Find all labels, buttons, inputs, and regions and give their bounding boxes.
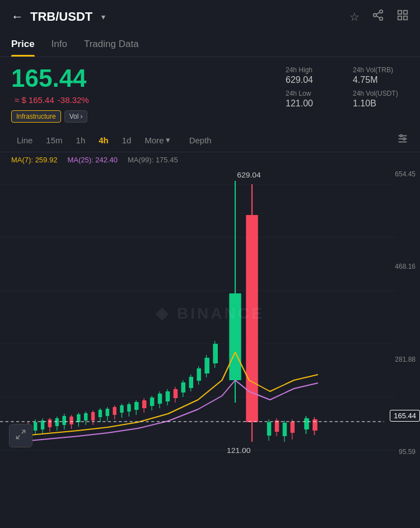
svg-rect-65 <box>181 382 186 393</box>
svg-rect-61 <box>166 391 170 401</box>
svg-rect-8 <box>404 16 407 20</box>
price-section: 165.44 ≈ $ 165.44-38.32% Infrastructure … <box>0 57 420 128</box>
tags-row: Infrastructure Vol › <box>11 110 89 123</box>
svg-point-12 <box>400 134 402 137</box>
interval-1d[interactable]: 1d <box>116 132 137 148</box>
price-usd: ≈ $ 165.44-38.32% <box>11 95 89 105</box>
svg-line-91 <box>22 431 25 434</box>
share-icon[interactable] <box>372 9 384 24</box>
tab-info[interactable]: Info <box>52 33 67 57</box>
svg-rect-82 <box>275 420 279 432</box>
svg-rect-6 <box>404 11 407 14</box>
pair-title: TRB/USDT <box>30 10 92 24</box>
more-chevron-icon: ▾ <box>166 135 170 145</box>
svg-rect-57 <box>150 398 155 406</box>
svg-rect-55 <box>142 400 146 408</box>
tab-bar: Price Info Trading Data <box>0 33 420 57</box>
interval-4h[interactable]: 4h <box>93 132 114 148</box>
svg-line-92 <box>17 436 20 439</box>
svg-rect-84 <box>283 423 287 436</box>
stat-24h-low: 24h Low 121.00 <box>286 90 342 109</box>
price-label-4: 95.59 <box>395 448 416 456</box>
svg-rect-69 <box>197 368 201 381</box>
back-button[interactable]: ← <box>11 10 24 24</box>
ma99-indicator: MA(99): 175.45 <box>128 156 178 164</box>
interval-line[interactable]: Line <box>11 132 38 148</box>
main-price: 165.44 <box>11 66 89 91</box>
svg-rect-80 <box>267 422 272 436</box>
price-label-3: 281.88 <box>395 356 416 363</box>
infrastructure-tag[interactable]: Infrastructure <box>11 110 61 123</box>
ma-indicators: MA(7): 259.92 MA(25): 242.40 MA(99): 175… <box>0 152 420 167</box>
svg-rect-5 <box>398 11 402 14</box>
grid-icon[interactable] <box>396 9 409 24</box>
price-left: 165.44 ≈ $ 165.44-38.32% Infrastructure … <box>11 66 89 123</box>
svg-rect-25 <box>34 422 37 431</box>
price-change: -38.32% <box>58 95 89 105</box>
restore-chart-button[interactable] <box>9 424 32 447</box>
pair-dropdown-icon[interactable]: ▾ <box>101 12 105 21</box>
header-left: ← TRB/USDT ▾ <box>11 10 105 24</box>
price-label-1: 654.45 <box>395 170 416 178</box>
depth-button[interactable]: Depth <box>183 132 218 148</box>
chart-settings-icon[interactable] <box>396 133 409 148</box>
stat-24h-vol-trb: 24h Vol(TRB) 4.75M <box>353 66 409 85</box>
chart-toolbar: Line 15m 1h 4h 1d More ▾ Depth <box>0 128 420 152</box>
tab-price[interactable]: Price <box>11 33 35 57</box>
svg-text:629.04: 629.04 <box>237 171 261 179</box>
current-price-badge: 165.44 <box>390 410 420 422</box>
svg-rect-63 <box>174 389 178 398</box>
binance-watermark: ◈ BINANCE <box>156 304 264 323</box>
svg-line-4 <box>376 12 380 15</box>
svg-rect-73 <box>213 344 218 363</box>
svg-point-13 <box>403 138 405 140</box>
svg-rect-71 <box>204 358 209 373</box>
current-price-row: 165.44 <box>0 410 420 422</box>
interval-15m[interactable]: 15m <box>40 132 68 148</box>
svg-rect-67 <box>189 377 194 388</box>
vol-chevron-icon: › <box>80 113 82 120</box>
svg-rect-7 <box>398 16 402 20</box>
stat-24h-vol-usdt: 24h Vol(USDT) 1.10B <box>353 90 409 109</box>
header-right: ☆ <box>349 9 409 24</box>
price-stats: 24h High 629.04 24h Vol(TRB) 4.75M 24h L… <box>286 66 409 109</box>
small-candles-left <box>19 341 218 442</box>
vol-tag[interactable]: Vol › <box>64 110 88 123</box>
favorite-icon[interactable]: ☆ <box>349 10 360 24</box>
price-label-2: 468.16 <box>395 263 416 270</box>
chart-area[interactable]: 629.04 <box>0 167 420 459</box>
svg-line-3 <box>376 16 380 18</box>
more-intervals-button[interactable]: More ▾ <box>139 132 175 148</box>
header: ← TRB/USDT ▾ ☆ <box>0 0 420 33</box>
interval-1h[interactable]: 1h <box>71 132 91 148</box>
ma7-indicator: MA(7): 259.92 <box>11 156 57 164</box>
svg-rect-86 <box>291 422 295 433</box>
tab-trading-data[interactable]: Trading Data <box>84 33 139 57</box>
ma25-indicator: MA(25): 242.40 <box>67 156 118 164</box>
svg-rect-59 <box>158 394 162 404</box>
low-price-label: 121.00 <box>227 446 251 454</box>
stat-24h-high: 24h High 629.04 <box>286 66 342 85</box>
svg-rect-53 <box>134 402 139 410</box>
